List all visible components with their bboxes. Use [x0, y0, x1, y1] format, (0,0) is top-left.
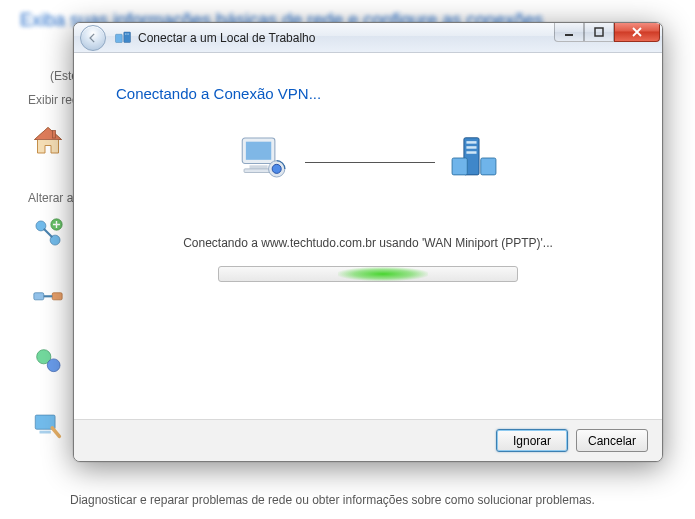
svg-marker-1	[35, 128, 62, 140]
svg-point-11	[47, 359, 60, 372]
svg-rect-14	[116, 34, 123, 42]
svg-rect-19	[595, 28, 603, 36]
troubleshoot-icon	[30, 407, 66, 443]
svg-line-5	[44, 229, 53, 238]
dialog-footer: Ignorar Cancelar	[74, 419, 662, 461]
svg-rect-8	[52, 293, 62, 300]
homegroup-icon	[30, 343, 66, 379]
svg-rect-17	[128, 33, 129, 34]
workplace-icon	[114, 29, 132, 47]
skip-button[interactable]: Ignorar	[496, 429, 568, 452]
house-icon	[30, 123, 66, 159]
cancel-button[interactable]: Cancelar	[576, 429, 648, 452]
svg-rect-18	[565, 34, 573, 36]
arrow-left-icon	[86, 31, 100, 45]
minimize-icon	[564, 27, 574, 37]
status-text: Conectando a www.techtudo.com.br usando …	[114, 234, 622, 252]
connection-graphic	[114, 132, 622, 188]
svg-rect-2	[53, 131, 56, 139]
svg-rect-22	[250, 165, 268, 169]
dialog-content: Conectando a Conexão VPN...	[74, 53, 662, 419]
svg-rect-29	[466, 151, 476, 154]
progress-bar	[218, 266, 518, 282]
titlebar: Conectar a um Local de Trabalho	[74, 23, 662, 53]
svg-rect-21	[246, 142, 271, 160]
svg-rect-27	[466, 141, 476, 144]
computer-icon	[235, 132, 293, 188]
dialog-title: Conectar a um Local de Trabalho	[138, 31, 315, 45]
network-add-icon	[30, 215, 66, 251]
bg-footer-text: Diagnosticar e reparar problemas de rede…	[70, 493, 650, 509]
progress-marquee	[338, 267, 428, 281]
dialog-heading: Conectando a Conexão VPN...	[116, 85, 622, 102]
vpn-connect-icon	[30, 279, 66, 315]
minimize-button[interactable]	[554, 22, 584, 42]
svg-rect-28	[466, 146, 476, 149]
maximize-button[interactable]	[584, 22, 614, 42]
svg-rect-15	[124, 32, 131, 43]
svg-point-25	[272, 164, 281, 173]
close-button[interactable]	[614, 22, 660, 42]
connection-line	[305, 162, 435, 163]
svg-rect-7	[34, 293, 44, 300]
maximize-icon	[594, 27, 604, 37]
svg-rect-31	[481, 158, 496, 175]
back-button[interactable]	[80, 25, 106, 51]
window-controls	[554, 22, 660, 42]
server-icon	[447, 132, 501, 188]
svg-rect-13	[40, 431, 51, 434]
svg-rect-30	[452, 158, 467, 175]
connect-workplace-dialog: Conectar a um Local de Trabalho Conectan…	[73, 22, 663, 462]
svg-rect-16	[125, 33, 126, 34]
close-icon	[631, 27, 643, 37]
